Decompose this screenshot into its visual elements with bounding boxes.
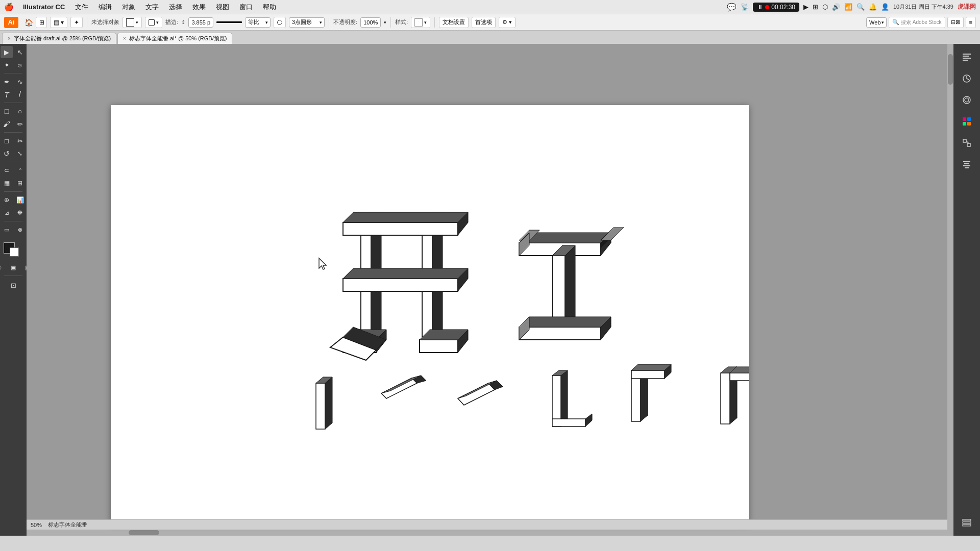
text-tool[interactable]: T: [1, 88, 13, 101]
toolbar-arrange[interactable]: ▤ ▾: [50, 17, 67, 28]
scale-tool[interactable]: ⤡: [14, 147, 26, 160]
direct-select-tool[interactable]: ↖: [14, 46, 26, 58]
eraser-tool[interactable]: ◻: [1, 135, 13, 147]
properties-panel-btn[interactable]: [958, 48, 976, 66]
zoom-display[interactable]: 50%: [31, 522, 42, 528]
tab-logo[interactable]: × 标志字体全能番.ai* @ 50% (RGB/预览): [117, 33, 232, 44]
menubar-right: 💬 📡 ⏸ 00:02:30 ▶ ⊞ ⬡ 🔊 📶 🔍 🔔 👤 10月31日 周日…: [727, 3, 976, 12]
layers-panel-btn[interactable]: [958, 513, 976, 532]
opacity-value[interactable]: 100%: [360, 17, 381, 28]
tab-draft-close[interactable]: ×: [8, 36, 11, 41]
horizontal-scrollbar[interactable]: [27, 530, 947, 536]
cc-libraries-btn[interactable]: [958, 69, 976, 88]
no-selection-label: 未选择对象: [91, 18, 119, 26]
menu-effect[interactable]: 效果: [188, 2, 210, 13]
fill-swatch[interactable]: ▾: [122, 17, 142, 28]
background-swatch[interactable]: [10, 247, 19, 257]
style-swatch[interactable]: ▾: [411, 17, 430, 28]
small-shape-4[interactable]: [552, 370, 592, 427]
stroke-value[interactable]: 3.855 p: [188, 17, 213, 28]
vertical-scroll-thumb[interactable]: [948, 54, 953, 85]
align-panel-btn[interactable]: [958, 155, 976, 173]
toolbar-home-btn[interactable]: 🏠: [21, 17, 33, 28]
color-guide-btn[interactable]: [958, 112, 976, 131]
align-distribute-btn[interactable]: ⊟⊠: [947, 17, 964, 28]
menu-edit[interactable]: 编辑: [94, 2, 116, 13]
shape-dropdown[interactable]: ▾: [145, 17, 162, 28]
appearance-panel-btn[interactable]: [958, 91, 976, 109]
iso-letter-right[interactable]: [519, 228, 624, 340]
menu-select[interactable]: 选择: [165, 2, 186, 13]
ellipse-tool[interactable]: ○: [14, 105, 26, 117]
grid-icon[interactable]: ⊞: [813, 3, 818, 11]
menu-object[interactable]: 对象: [118, 2, 139, 13]
menu-text[interactable]: 文字: [141, 2, 163, 13]
app-name[interactable]: Illustrator CC: [19, 2, 69, 12]
notification-icon[interactable]: 🔔: [869, 3, 877, 11]
rect-tool[interactable]: □: [1, 105, 13, 117]
tab-logo-close[interactable]: ×: [123, 36, 126, 41]
menu-view[interactable]: 视图: [212, 2, 233, 13]
small-shape-5[interactable]: [631, 364, 671, 421]
slice-tool[interactable]: ⊗: [14, 223, 26, 236]
audio-icon[interactable]: ▶: [803, 3, 808, 11]
symbol-tool[interactable]: ❋: [14, 207, 26, 219]
shape-builder-tool[interactable]: ⊕: [1, 194, 13, 206]
broadcast-icon[interactable]: 📡: [741, 3, 749, 11]
pause-icon[interactable]: ⏸: [757, 4, 763, 11]
brush-shape-dropdown[interactable]: 3点圆形: [289, 17, 325, 28]
artboard-tool[interactable]: ▭: [1, 223, 13, 236]
bluetooth-icon[interactable]: ⬡: [822, 3, 828, 11]
tab-draft[interactable]: × 字体全能番 draft.ai @ 25% (RGB/预览): [2, 33, 116, 44]
tool-row-gradient: ▦ ⊞: [0, 177, 27, 189]
reshape-tool[interactable]: ⌃: [14, 164, 26, 177]
more-tools-btn[interactable]: ⚙ ▾: [499, 17, 516, 28]
blob-brush-tool[interactable]: ✏: [14, 118, 26, 130]
menu-window[interactable]: 窗口: [235, 2, 257, 13]
iso-letter-left[interactable]: [330, 212, 468, 360]
preferences-btn[interactable]: 首选项: [472, 17, 496, 28]
small-shape-2[interactable]: [381, 375, 426, 398]
volume-icon[interactable]: 🔊: [832, 3, 840, 11]
color-btn[interactable]: ▣: [7, 261, 19, 273]
apple-logo-icon[interactable]: 🍎: [4, 3, 14, 12]
toolbar-grid-view[interactable]: ⊞: [36, 17, 47, 28]
line-tool[interactable]: /: [14, 88, 26, 101]
toolbar-something[interactable]: ✦: [70, 17, 83, 28]
mesh-tool[interactable]: ⊞: [14, 177, 26, 189]
small-shape-3[interactable]: [458, 381, 503, 405]
wechat-icon[interactable]: 💬: [727, 3, 737, 12]
paintbrush-tool[interactable]: 🖌: [1, 118, 13, 130]
transform-panel-btn[interactable]: [958, 134, 976, 152]
menu-file[interactable]: 文件: [71, 2, 92, 13]
workspace-dropdown[interactable]: Web: [866, 17, 887, 28]
magic-wand-tool[interactable]: ✦: [1, 59, 13, 71]
perspective-tool[interactable]: ⊿: [1, 207, 13, 219]
rotate-tool[interactable]: ↺: [1, 147, 13, 160]
user-avatar[interactable]: 👤: [881, 3, 889, 11]
vertical-scrollbar[interactable]: [947, 44, 953, 536]
wifi-icon[interactable]: 📶: [844, 3, 852, 11]
group-tool[interactable]: ⊡: [7, 279, 19, 291]
select-tool[interactable]: ▶: [1, 46, 13, 58]
menu-help[interactable]: 帮助: [259, 2, 280, 13]
none-color-btn[interactable]: ⊘: [0, 261, 5, 273]
search-icon[interactable]: 🔍: [856, 3, 865, 11]
curvature-tool[interactable]: ∿: [14, 76, 26, 88]
gradient-swatch-btn[interactable]: ▣: [21, 261, 27, 273]
search-btn[interactable]: 🔍 搜索 Adobe Stock: [889, 17, 945, 28]
scissors-tool[interactable]: ✂: [14, 135, 26, 147]
stroke-style-dropdown[interactable]: 等比: [245, 17, 271, 28]
small-shape-1[interactable]: [316, 377, 332, 429]
small-shape-6[interactable]: [721, 367, 749, 424]
opacity-chevron[interactable]: ▾: [384, 20, 386, 25]
gradient-tool[interactable]: ▦: [1, 177, 13, 189]
doc-setup-btn[interactable]: 文档设置: [439, 17, 469, 28]
lasso-tool[interactable]: ⌾: [14, 59, 26, 71]
brush-shape-btn[interactable]: [274, 17, 286, 28]
graph-tool[interactable]: 📊: [14, 194, 26, 206]
panels-toggle[interactable]: ≡: [966, 17, 976, 28]
horizontal-scroll-thumb[interactable]: [129, 530, 159, 535]
pen-tool[interactable]: ✒: [1, 76, 13, 88]
warp-tool[interactable]: ⊂: [1, 164, 13, 177]
